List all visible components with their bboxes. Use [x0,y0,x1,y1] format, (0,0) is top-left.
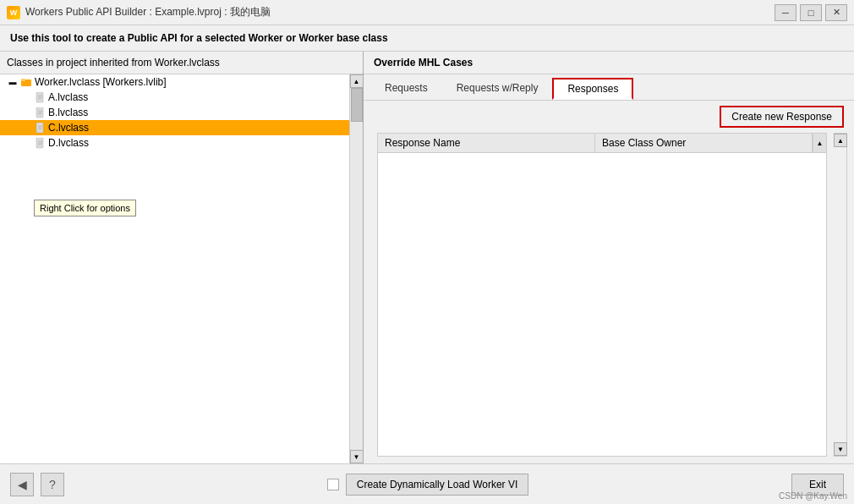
tree-label-a: A.lvclass [48,91,88,103]
left-panel-header: Classes in project inherited from Worker… [0,52,363,74]
tree-item-worker[interactable]: ▬ Worker.lvclass [Workers.lvlib] [0,74,349,90]
file-icon-a [34,91,46,103]
spacer-c [20,122,32,134]
table-scroll-up[interactable]: ▲ [813,134,826,152]
spacer-b [20,107,32,118]
spacer-a [20,91,32,103]
tabs-row: Requests Requests w/Reply Responses [364,74,854,101]
window-title: Workers Public API Builder : Example.lvp… [25,5,775,19]
left-panel: Classes in project inherited from Worker… [0,52,364,463]
mhl-header: Override MHL Cases [364,52,854,74]
window-controls: ─ □ ✕ [775,4,847,21]
help-button[interactable]: ? [41,473,64,496]
tree-item-a[interactable]: A.lvclass [0,90,349,105]
content-area: Classes in project inherited from Worker… [0,52,854,463]
table-wrapper: Response Name Base Class Owner ▲ ▲ ▼ [370,133,847,457]
table-scroll-up-btn[interactable]: ▲ [834,134,847,147]
svg-rect-1 [21,79,25,81]
table-scrollbar[interactable]: ▲ ▼ [834,133,847,457]
instruction-text: Use this tool to create a Public API for… [10,32,388,44]
tree-item-c[interactable]: C.lvclass [0,120,349,135]
main-container: Use this tool to create a Public API for… [0,25,854,504]
file-icon-c [34,122,46,134]
dynload-button[interactable]: Create Dynamically Load Worker VI [346,474,529,496]
table-scroll-down-btn[interactable]: ▼ [834,442,847,456]
titlebar: W Workers Public API Builder : Example.l… [0,0,854,25]
right-panel: Override MHL Cases Requests Requests w/R… [364,52,854,463]
scroll-track [350,88,364,450]
left-scrollbar[interactable]: ▲ ▼ [349,74,363,463]
back-button[interactable]: ◀ [10,473,34,496]
tree-container: ▬ Worker.lvclass [Workers.lvlib] A [0,74,349,463]
tree-label-b: B.lvclass [48,107,88,118]
context-menu-tooltip: Right Click for options [34,200,136,216]
tree-item-d[interactable]: D.lvclass [0,135,349,151]
col-header-response-name: Response Name [378,134,595,152]
checkbox-area [327,479,339,490]
table-scroll-track [834,147,846,442]
tree-label-c: C.lvclass [48,122,89,134]
expand-icon-worker: ▬ [7,76,19,88]
help-icon: ? [49,478,56,491]
tab-responses[interactable]: Responses [552,78,633,100]
create-new-response-button[interactable]: Create new Response [720,106,844,128]
spacer-d [20,137,32,149]
tab-requests[interactable]: Requests [370,78,442,100]
table-area: Response Name Base Class Owner ▲ [377,133,827,457]
action-row: Create new Response [364,101,854,133]
folder-icon [20,76,32,88]
instruction-bar: Use this tool to create a Public API for… [0,25,854,52]
tab-requests-reply[interactable]: Requests w/Reply [442,78,553,100]
tree-item-b[interactable]: B.lvclass [0,105,349,120]
dynload-checkbox[interactable] [327,479,339,490]
tree-label-worker: Worker.lvclass [Workers.lvlib] [35,76,167,88]
scroll-up-button[interactable]: ▲ [350,74,364,88]
table-header: Response Name Base Class Owner ▲ [378,134,826,153]
close-button[interactable]: ✕ [825,4,847,21]
app-icon: W [7,6,20,19]
left-tree-wrapper: ▬ Worker.lvclass [Workers.lvlib] A [0,74,363,463]
bottom-bar: ◀ ? Create Dynamically Load Worker VI Ex… [0,463,854,504]
table-body [378,153,826,456]
file-icon-b [34,107,46,118]
col-header-base-class-owner: Base Class Owner [595,134,813,152]
watermark: CSDN @Kay.Wen [779,491,847,501]
restore-button[interactable]: □ [800,4,822,21]
scroll-thumb [351,88,363,122]
scroll-down-button[interactable]: ▼ [350,450,364,463]
tree-label-d: D.lvclass [48,137,89,149]
minimize-button[interactable]: ─ [775,4,797,21]
back-icon: ◀ [18,478,27,491]
file-icon-d [34,137,46,149]
